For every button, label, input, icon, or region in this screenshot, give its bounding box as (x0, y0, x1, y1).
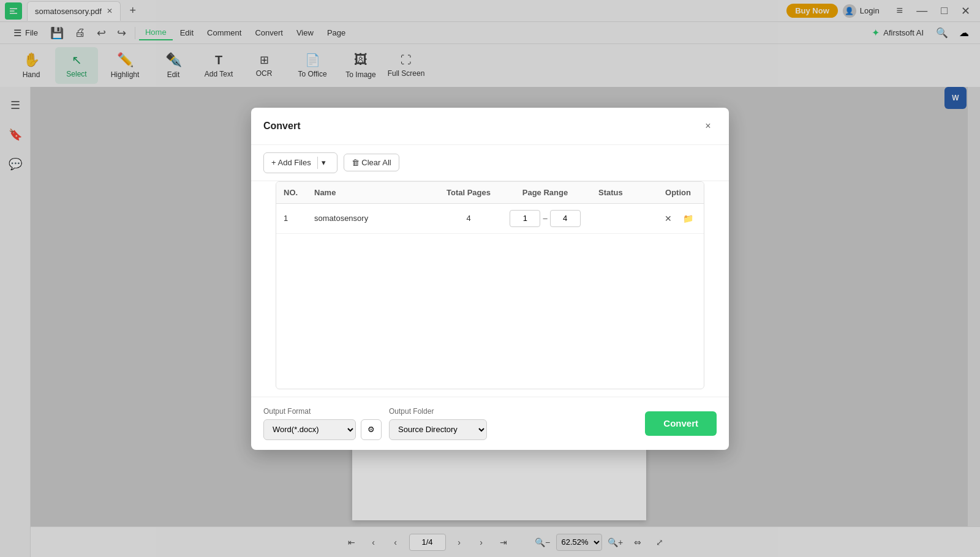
folder-select[interactable]: Source Directory Custom... (389, 419, 487, 440)
table-container: NO. Name Total Pages Page Range Status O… (251, 181, 729, 397)
modal-overlay: Convert × + Add Files ▾ 🗑 Clear All NO. … (0, 0, 980, 557)
modal-header: Convert × (251, 108, 729, 145)
row-no: 1 (276, 203, 307, 233)
format-select[interactable]: Word(*.docx) Excel(*.xlsx) PowerPoint(*.… (263, 419, 356, 440)
col-header-option: Option (652, 182, 704, 204)
range-end-input[interactable] (550, 210, 581, 227)
convert-button[interactable]: Convert (645, 411, 717, 436)
add-files-dropdown-icon[interactable]: ▾ (317, 157, 330, 169)
row-name: somatosensory (307, 203, 438, 233)
row-option: ✕ 📁 (652, 203, 704, 233)
format-settings-button[interactable]: ⚙ (361, 419, 382, 440)
output-folder-label: Output Folder (389, 407, 487, 416)
col-header-name: Name (307, 182, 438, 204)
range-dash: – (543, 214, 547, 223)
range-start-input[interactable] (510, 210, 540, 227)
modal-title: Convert (263, 121, 300, 132)
row-pages: 4 (438, 203, 499, 233)
output-format-group: Output Format Word(*.docx) Excel(*.xlsx)… (263, 407, 382, 440)
clear-all-label: 🗑 Clear All (352, 158, 391, 167)
col-header-no: NO. (276, 182, 307, 204)
row-range: – (499, 203, 591, 233)
add-files-label: + Add Files (271, 158, 311, 167)
modal-toolbar: + Add Files ▾ 🗑 Clear All (251, 145, 729, 181)
modal-footer: Output Format Word(*.docx) Excel(*.xlsx)… (251, 397, 729, 450)
output-format-label: Output Format (263, 407, 382, 416)
row-status (591, 203, 652, 233)
format-select-wrap: Word(*.docx) Excel(*.xlsx) PowerPoint(*.… (263, 419, 382, 440)
file-table: NO. Name Total Pages Page Range Status O… (276, 182, 704, 234)
modal-close-button[interactable]: × (699, 118, 717, 135)
convert-modal: Convert × + Add Files ▾ 🗑 Clear All NO. … (251, 108, 729, 450)
file-table-wrapper: NO. Name Total Pages Page Range Status O… (276, 181, 704, 389)
open-folder-button[interactable]: 📁 (679, 210, 696, 227)
table-row: 1 somatosensory 4 – (276, 203, 704, 233)
col-header-pages: Total Pages (438, 182, 499, 204)
remove-row-button[interactable]: ✕ (660, 210, 677, 227)
clear-all-button[interactable]: 🗑 Clear All (344, 154, 399, 171)
add-files-button[interactable]: + Add Files ▾ (263, 152, 337, 173)
output-folder-group: Output Folder Source Directory Custom... (389, 407, 487, 440)
col-header-status: Status (591, 182, 652, 204)
col-header-range: Page Range (499, 182, 591, 204)
